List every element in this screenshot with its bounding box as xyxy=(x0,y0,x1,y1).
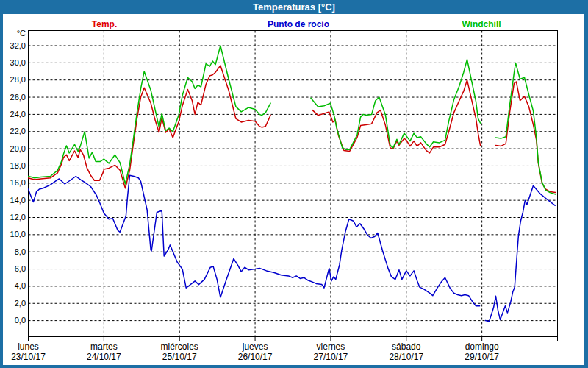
chart-panel: Temp.Punto de rocíoWindchill °C 32,030,0… xyxy=(3,14,584,365)
y-tick-label: 8,0 xyxy=(3,247,26,257)
legend-item: Windchill xyxy=(423,19,540,29)
day-name-label: domingo xyxy=(442,342,523,352)
y-tick-label: 24,0 xyxy=(3,110,26,119)
dew-point-line xyxy=(485,185,555,321)
day-date-label: 27/10/17 xyxy=(290,353,371,362)
y-tick-label: 28,0 xyxy=(3,75,26,85)
day-date-label: 28/10/17 xyxy=(366,353,447,362)
y-tick-label: 22,0 xyxy=(3,127,26,136)
windchill-line xyxy=(496,63,556,194)
y-tick-label: 32,0 xyxy=(3,41,26,51)
y-tick-label: 26,0 xyxy=(3,93,26,102)
windchill-line xyxy=(29,46,271,184)
plot-border xyxy=(29,31,558,337)
y-tick-label: 20,0 xyxy=(3,144,26,154)
y-tick-label: 30,0 xyxy=(3,58,26,68)
window-title: Temperaturas [°C] xyxy=(253,0,335,14)
day-name-label: martes xyxy=(63,342,144,352)
windchill-line xyxy=(311,60,481,150)
y-tick-label: 14,0 xyxy=(3,196,26,205)
app-window: Temperaturas [°C] Temp.Punto de rocíoWin… xyxy=(0,0,588,368)
temp-line xyxy=(312,80,480,153)
day-name-label: sábado xyxy=(366,342,447,352)
plot-area xyxy=(28,30,558,342)
day-name-label: lunes xyxy=(0,342,69,352)
legend-item: Temp. xyxy=(46,19,163,29)
day-date-label: 25/10/17 xyxy=(139,353,220,362)
legend-item: Punto de rocío xyxy=(240,19,357,29)
day-name-label: viernes xyxy=(290,342,371,352)
day-date-label: 29/10/17 xyxy=(442,353,523,362)
temp-line xyxy=(29,66,271,188)
day-date-label: 23/10/17 xyxy=(0,353,69,362)
day-date-label: 26/10/17 xyxy=(215,353,295,362)
y-tick-label: 2,0 xyxy=(3,299,26,308)
y-tick-label: 0,0 xyxy=(3,316,26,325)
y-tick-label: 12,0 xyxy=(3,213,26,222)
y-tick-label: 16,0 xyxy=(3,178,26,188)
y-tick-label: 4,0 xyxy=(3,281,26,291)
y-tick-label: 10,0 xyxy=(3,230,26,239)
day-name-label: miércoles xyxy=(139,342,220,352)
title-bar[interactable]: Temperaturas [°C] xyxy=(0,0,588,14)
y-axis-unit-label: °C xyxy=(3,29,26,38)
day-date-label: 24/10/17 xyxy=(63,353,144,362)
y-tick-label: 18,0 xyxy=(3,161,26,171)
y-tick-label: 6,0 xyxy=(3,264,26,274)
day-name-label: jueves xyxy=(215,342,295,352)
